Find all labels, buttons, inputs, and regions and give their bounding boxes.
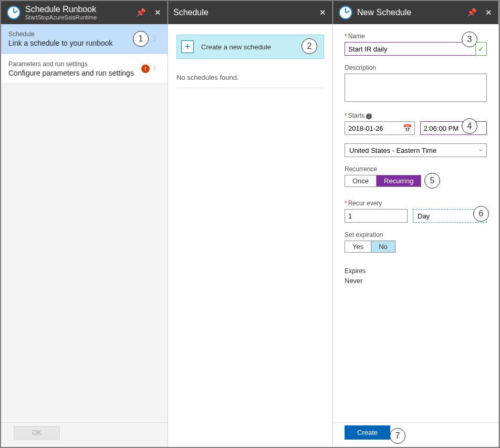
step-params-text: Configure parameters and run settings	[8, 69, 141, 77]
field-expires: Expires Never	[345, 267, 487, 285]
callout-5: 5	[424, 173, 440, 189]
warning-icon: !	[141, 65, 150, 73]
blade3-header: New Schedule 📌 ✕	[333, 1, 498, 24]
expiration-yes[interactable]: Yes	[345, 241, 371, 252]
calendar-icon[interactable]: 📅	[403, 124, 412, 132]
clock-icon	[6, 5, 21, 20]
create-button[interactable]: Create	[345, 425, 390, 440]
callout-6: 6	[473, 206, 489, 222]
set-expiration-label: Set expiration	[345, 231, 487, 238]
callout-1: 1	[133, 31, 149, 47]
blade3-title: New Schedule	[357, 8, 411, 17]
expires-label: Expires	[345, 267, 487, 275]
blade2-title: Schedule	[173, 8, 209, 17]
step-schedule[interactable]: Schedule Link a schedule to your runbook…	[1, 24, 168, 54]
description-label: Description	[345, 64, 487, 71]
field-name: *Name ✓ 3	[345, 33, 487, 56]
callout-7: 7	[390, 428, 405, 444]
plus-icon: +	[181, 40, 194, 53]
pin-icon[interactable]: 📌	[135, 7, 147, 18]
ok-button[interactable]: OK	[14, 426, 60, 440]
recurrence-label: Recurrence	[345, 165, 487, 173]
expiration-no[interactable]: No	[371, 241, 395, 252]
field-recur-every: *Recur every Day 6	[345, 200, 487, 223]
clock-icon	[338, 5, 353, 20]
pin-icon[interactable]: 📌	[466, 7, 478, 18]
blade1-header: Schedule Runbook StartStopAzureSsisRunti…	[1, 1, 168, 24]
field-starts: *Startsi 📅 4	[345, 112, 487, 135]
field-set-expiration: Set expiration Yes No	[345, 231, 487, 253]
blade-new-schedule: New Schedule 📌 ✕ *Name ✓ 3 Description *…	[333, 1, 499, 447]
step-schedule-label: Schedule	[8, 30, 133, 38]
recurrence-once[interactable]: Once	[345, 175, 376, 186]
callout-3: 3	[462, 32, 477, 47]
create-schedule-tile[interactable]: + Create a new schedule 2	[176, 35, 324, 59]
close-icon[interactable]: ✕	[484, 7, 493, 18]
close-icon[interactable]: ✕	[318, 7, 327, 18]
blade1-title: Schedule Runbook	[25, 5, 97, 14]
info-icon[interactable]: i	[366, 113, 372, 119]
blade2-header: Schedule ✕	[168, 1, 332, 24]
step-schedule-text: Link a schedule to your runbook	[8, 39, 133, 47]
step-parameters[interactable]: Parameters and run settings Configure pa…	[1, 54, 168, 84]
step-params-label: Parameters and run settings	[8, 60, 141, 68]
field-recurrence: Recurrence Once Recurring 5	[345, 165, 487, 187]
no-schedules-message: No schedules found.	[176, 71, 324, 88]
field-timezone: United States - Eastern Time	[345, 143, 487, 157]
starts-label: *Startsi	[345, 112, 487, 119]
field-description: Description	[345, 64, 487, 103]
chevron-right-icon: 〉	[153, 34, 160, 44]
create-schedule-label: Create a new schedule	[201, 43, 271, 51]
callout-4: 4	[462, 118, 477, 134]
recurrence-recurring[interactable]: Recurring	[376, 175, 421, 186]
description-input[interactable]	[345, 74, 487, 102]
blade-schedule-runbook: Schedule Runbook StartStopAzureSsisRunti…	[1, 1, 168, 447]
callout-2: 2	[301, 38, 317, 54]
close-icon[interactable]: ✕	[153, 7, 162, 18]
blade1-subtitle: StartStopAzureSsisRuntime	[25, 14, 97, 20]
validation-ok-icon: ✓	[475, 42, 487, 56]
expiration-toggle: Yes No	[345, 241, 395, 253]
chevron-right-icon: 〉	[153, 64, 160, 74]
recur-value-input[interactable]	[345, 209, 408, 223]
expires-value: Never	[345, 277, 487, 285]
blade-schedule-list: Schedule ✕ + Create a new schedule 2 No …	[168, 1, 333, 447]
timezone-select[interactable]: United States - Eastern Time	[345, 143, 487, 157]
recur-every-label: *Recur every	[345, 200, 487, 207]
recurrence-toggle: Once Recurring	[345, 175, 421, 187]
